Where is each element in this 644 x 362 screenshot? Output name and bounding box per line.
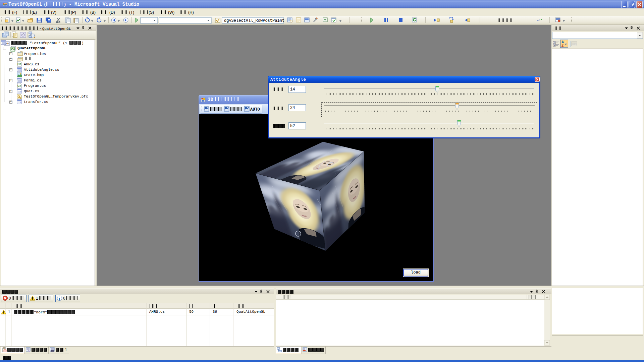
svg-text:+: + <box>553 44 555 47</box>
svg-text:Z: Z <box>561 44 564 47</box>
svg-text:dgvSelectAll_RowPostPaint: dgvSelectAll_RowPostPaint <box>224 18 284 23</box>
svg-text:+: + <box>553 42 555 44</box>
svg-text:C#: C# <box>11 48 15 51</box>
svg-text:HEROES: HEROES <box>351 237 358 251</box>
